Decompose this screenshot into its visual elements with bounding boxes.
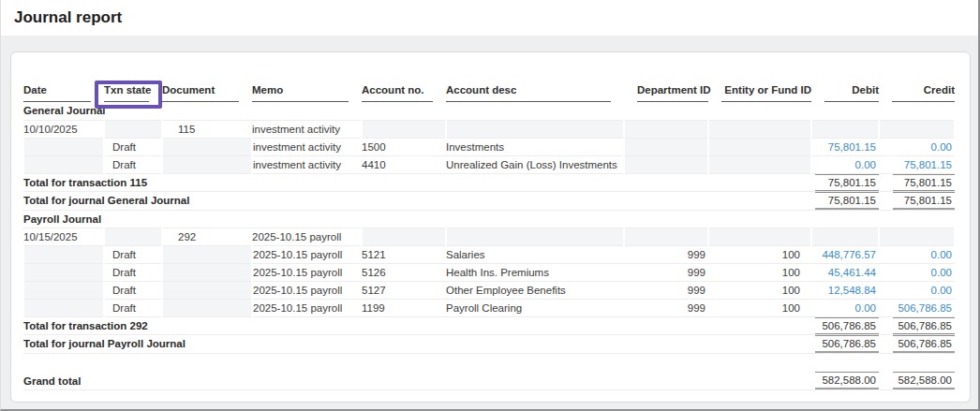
column-header-memo: Memo xyxy=(252,77,362,102)
cell-account-desc: Salaries xyxy=(446,245,624,263)
cell-memo: investment activity xyxy=(252,155,362,173)
cell-department-id: 999 xyxy=(624,281,708,299)
page-background: DateTxn stateDocumentMemoAccount no.Acco… xyxy=(1,36,978,409)
journal-report-table: DateTxn stateDocumentMemoAccount no.Acco… xyxy=(22,77,956,390)
credit-total-value: 506,786.85 xyxy=(893,317,955,334)
cell-credit: 75,801.15 xyxy=(879,155,955,173)
cell-account-no: 1199 xyxy=(362,299,446,316)
credit-amount-link[interactable]: 0.00 xyxy=(931,285,952,296)
grand-total-label: Grand total xyxy=(23,372,811,390)
transaction-header-row: 10/10/2025115investment activity xyxy=(23,120,955,138)
cell-account-desc: Other Employee Benefits xyxy=(446,281,624,299)
credit-amount-link[interactable]: 0.00 xyxy=(931,249,952,260)
credit-amount-link[interactable]: 0.00 xyxy=(931,267,952,278)
cell-memo: 2025-10.15 payroll xyxy=(252,299,362,316)
debit-amount-link[interactable]: 75,801.15 xyxy=(828,141,876,153)
cell-date xyxy=(23,263,104,281)
cell-credit: 0.00 xyxy=(879,245,955,263)
column-header-account-desc: Account desc xyxy=(446,77,624,102)
cell-debit: 448,776.57 xyxy=(811,245,879,263)
cell-department-id: 999 xyxy=(624,299,708,316)
cell-txn-state xyxy=(104,120,162,138)
cell-document xyxy=(162,281,252,299)
cell-entity-or-fund-id: 100 xyxy=(708,245,811,263)
cell-department-id xyxy=(624,155,708,173)
column-header-label: Memo xyxy=(252,84,349,102)
cell-txn-state: Draft xyxy=(104,138,162,155)
credit-amount-link[interactable]: 0.00 xyxy=(931,141,952,153)
grand-total-row: Grand total582,588.00582,588.00 xyxy=(23,372,955,390)
column-header-label: Txn state xyxy=(104,84,149,102)
cell-account-no: 5127 xyxy=(362,281,446,299)
credit-amount-link[interactable]: 506,786.85 xyxy=(898,302,952,314)
cell-account-desc: Unrealized Gain (Loss) Investments xyxy=(446,155,624,173)
cell-account-no xyxy=(362,228,446,245)
column-header-label: Debit xyxy=(824,84,879,102)
cell-memo: investment activity xyxy=(252,138,362,155)
cell-document xyxy=(162,263,252,281)
cell-document: 292 xyxy=(162,228,252,245)
cell-debit xyxy=(811,120,879,138)
cell-date xyxy=(23,155,104,173)
column-header-label: Account no. xyxy=(362,84,433,102)
cell-document xyxy=(162,138,252,155)
cell-account-desc: Investments xyxy=(446,138,624,155)
journal-entry-row: Draftinvestment activity1500Investments7… xyxy=(23,138,955,155)
cell-credit-total: 506,786.85 xyxy=(879,334,955,353)
cell-document xyxy=(162,245,252,263)
debit-total-value: 75,801.15 xyxy=(815,174,879,191)
cell-account-desc xyxy=(446,228,624,245)
debit-amount-link[interactable]: 12,548.84 xyxy=(828,285,876,296)
cell-department-id xyxy=(624,228,708,245)
cell-credit: 0.00 xyxy=(879,263,955,281)
cell-debit: 0.00 xyxy=(811,299,879,316)
cell-credit xyxy=(879,120,955,138)
cell-date xyxy=(23,299,104,316)
transaction-header-row: 10/15/20252922025-10.15 payroll xyxy=(23,228,955,245)
cell-txn-state: Draft xyxy=(104,245,162,263)
cell-entity-or-fund-id: 100 xyxy=(708,281,811,299)
debit-amount-link[interactable]: 45,461.44 xyxy=(828,267,876,278)
page-header: Journal report xyxy=(1,0,978,36)
column-header-debit: Debit xyxy=(811,77,879,102)
total-txn-label: Total for transaction 292 xyxy=(23,316,811,334)
cell-date: 10/10/2025 xyxy=(23,120,104,138)
cell-account-no: 1500 xyxy=(362,138,446,155)
debit-total-value: 582,588.00 xyxy=(815,372,879,389)
total-journal-label: Total for journal Payroll Journal xyxy=(23,334,811,353)
spacer-cell xyxy=(23,353,955,372)
spacer-row xyxy=(23,353,955,372)
cell-account-no xyxy=(362,120,446,138)
cell-credit: 0.00 xyxy=(879,281,955,299)
cell-entity-or-fund-id xyxy=(708,138,811,155)
cell-document: 115 xyxy=(162,120,252,138)
cell-txn-state: Draft xyxy=(104,281,162,299)
cell-debit-total: 506,786.85 xyxy=(811,316,879,334)
column-header-department-id: Department ID xyxy=(624,77,708,102)
journal-entry-row: Draft2025-10.15 payroll5127Other Employe… xyxy=(23,281,955,299)
cell-account-desc: Health Ins. Premiums xyxy=(446,263,624,281)
journal-entry-row: Draft2025-10.15 payroll5121Salaries99910… xyxy=(23,245,955,263)
journal-entry-row: Draft2025-10.15 payroll5126Health Ins. P… xyxy=(23,263,955,281)
cell-credit xyxy=(879,228,955,245)
cell-entity-or-fund-id xyxy=(708,228,811,245)
cell-txn-state: Draft xyxy=(104,155,162,173)
cell-txn-state xyxy=(104,228,162,245)
cell-credit-total: 75,801.15 xyxy=(879,173,955,191)
debit-total-value: 506,786.85 xyxy=(815,335,879,353)
cell-entity-or-fund-id xyxy=(708,155,811,173)
credit-amount-link[interactable]: 75,801.15 xyxy=(904,159,952,170)
cell-credit-total: 506,786.85 xyxy=(879,316,955,334)
debit-amount-link[interactable]: 0.00 xyxy=(855,302,876,314)
credit-total-value: 582,588.00 xyxy=(893,372,955,389)
total-journal-label: Total for journal General Journal xyxy=(23,191,811,210)
column-header-date: Date xyxy=(23,77,104,102)
cell-memo: 2025-10.15 payroll xyxy=(252,263,362,281)
cell-account-no: 5126 xyxy=(362,263,446,281)
debit-amount-link[interactable]: 0.00 xyxy=(855,159,876,170)
cell-debit-total: 506,786.85 xyxy=(811,334,879,353)
cell-document xyxy=(162,299,252,316)
report-card: DateTxn stateDocumentMemoAccount no.Acco… xyxy=(10,51,971,403)
debit-amount-link[interactable]: 448,776.57 xyxy=(822,249,876,260)
cell-debit-total: 75,801.15 xyxy=(811,173,879,191)
